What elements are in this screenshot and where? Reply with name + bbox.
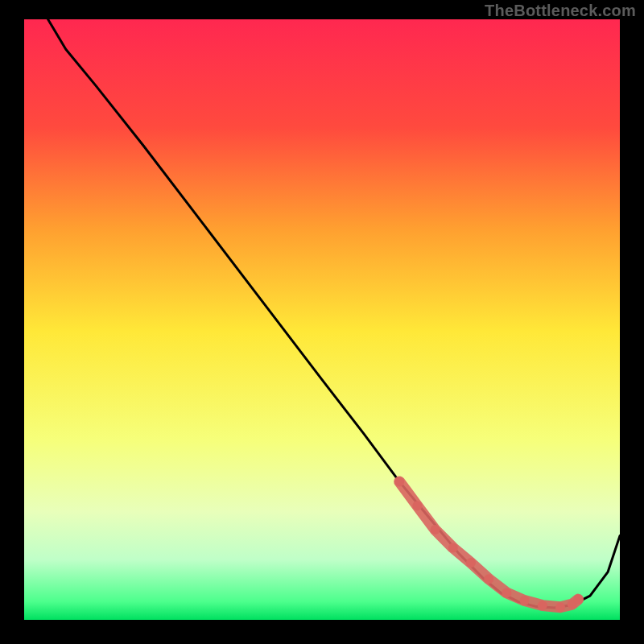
trough-dot — [466, 558, 476, 568]
trough-dot — [484, 574, 493, 584]
trough-dot — [431, 525, 440, 535]
trough-dot — [573, 595, 583, 605]
trough-dot — [555, 602, 565, 612]
bottleneck-chart: TheBottleneck.com — [0, 0, 644, 644]
watermark-text: TheBottleneck.com — [485, 2, 636, 20]
trough-dot — [448, 543, 458, 553]
trough-dot — [412, 501, 422, 510]
trough-dot — [538, 601, 547, 610]
trough-dot — [520, 596, 530, 605]
chart-svg — [0, 0, 644, 644]
trough-dot — [394, 477, 404, 486]
trough-dot — [502, 588, 511, 597]
